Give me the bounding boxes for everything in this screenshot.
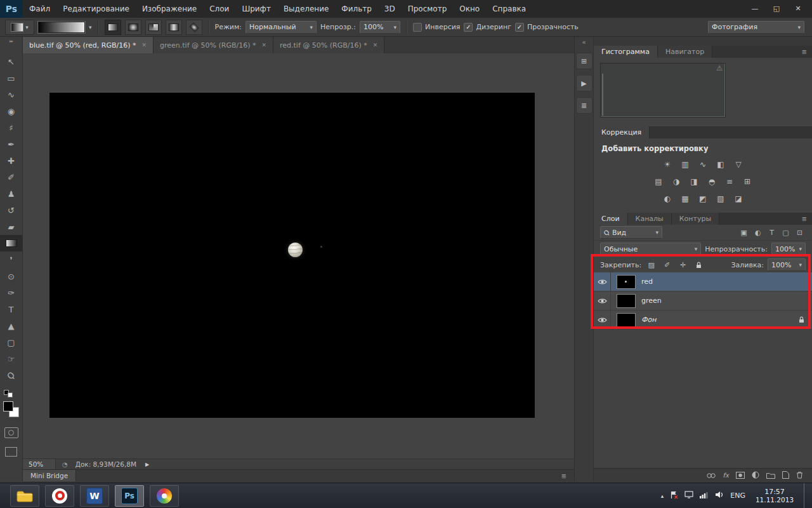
word-button[interactable]: W — [80, 485, 109, 507]
rectangle-tool[interactable]: ▢ — [0, 334, 22, 351]
quick-mask-button[interactable] — [4, 427, 18, 438]
clone-stamp-tool[interactable]: ♟ — [0, 185, 22, 202]
panel-menu-icon[interactable]: ≣ — [802, 48, 807, 55]
exposure-button[interactable]: ◧ — [714, 159, 728, 170]
lock-all-icon[interactable] — [693, 260, 705, 270]
new-group-button[interactable] — [766, 469, 775, 481]
document-tab-blue[interactable]: blue.tif @ 50% (red, RGB/16) * ✕ — [23, 37, 154, 53]
reverse-checkbox[interactable] — [413, 23, 422, 32]
show-desktop-button[interactable] — [804, 483, 811, 508]
adjustment-filter-icon[interactable]: ◐ — [752, 227, 764, 237]
blur-tool[interactable]: ❜ — [0, 251, 22, 268]
file-explorer-button[interactable] — [10, 485, 39, 507]
layer-row-green[interactable]: green — [594, 291, 812, 311]
zoom-level-field[interactable]: 50% — [23, 459, 56, 469]
color-lookup-button[interactable]: ⊞ — [740, 176, 754, 187]
path-selection-tool[interactable]: ▲ — [0, 318, 22, 334]
close-button[interactable]: ✕ — [789, 3, 807, 15]
layer-blend-mode-select[interactable]: Обычные ▾ — [600, 243, 701, 255]
smart-object-filter-icon[interactable]: ⊡ — [794, 227, 806, 237]
dither-checkbox[interactable]: ✓ — [464, 23, 473, 32]
layer-row-red[interactable]: red — [594, 272, 812, 291]
shape-filter-icon[interactable]: ▢ — [780, 227, 792, 237]
opera-button[interactable] — [45, 485, 74, 507]
document-canvas[interactable] — [49, 93, 535, 418]
new-layer-button[interactable] — [782, 469, 789, 481]
mini-bridge-tab[interactable]: Mini Bridge — [23, 470, 76, 481]
lock-transparency-icon[interactable]: ▨ — [645, 260, 657, 270]
diamond-gradient-button[interactable] — [186, 20, 202, 35]
reflected-gradient-button[interactable] — [166, 20, 182, 35]
panel-menu-icon[interactable]: ≣ — [802, 215, 807, 222]
type-tool[interactable]: T — [0, 301, 22, 318]
workspace-select[interactable]: Фотография ▾ — [708, 21, 804, 34]
crop-tool[interactable]: ♯ — [0, 119, 22, 136]
document-tab-green[interactable]: green.tif @ 50% (RGB/16) * ✕ — [154, 37, 273, 53]
visibility-toggle[interactable] — [594, 272, 611, 291]
dock-collapse-icon[interactable]: « — [582, 37, 586, 47]
lock-image-icon[interactable]: ✐ — [661, 260, 673, 270]
layer-thumbnail[interactable] — [617, 294, 636, 308]
linear-gradient-button[interactable] — [105, 20, 121, 35]
layer-thumbnail[interactable] — [617, 313, 636, 327]
lasso-tool[interactable]: ∿ — [0, 86, 22, 103]
eraser-tool[interactable]: ▰ — [0, 218, 22, 235]
tab-close-icon[interactable]: ✕ — [261, 42, 266, 48]
tab-close-icon[interactable]: ✕ — [373, 42, 378, 48]
action-center-icon[interactable] — [670, 491, 678, 501]
actions-panel-button[interactable]: ▶ — [576, 75, 593, 91]
gradient-editor-sample[interactable] — [38, 22, 85, 33]
photo-filter-button[interactable]: ◓ — [705, 176, 719, 187]
volume-icon[interactable] — [715, 491, 724, 500]
gradient-tool[interactable] — [0, 235, 22, 251]
network-icon[interactable] — [700, 491, 709, 500]
move-tool[interactable]: ↖ — [0, 53, 22, 70]
document-tab-red[interactable]: red.tif @ 50% (RGB/16) * ✕ — [273, 37, 384, 53]
new-adjustment-layer-button[interactable] — [752, 469, 759, 481]
layer-name[interactable]: Фон — [641, 316, 656, 324]
zoom-tool[interactable]: Ϙ — [0, 367, 22, 384]
status-menu-arrow-icon[interactable]: ▶ — [145, 462, 149, 467]
threshold-button[interactable]: ◩ — [696, 193, 710, 204]
fill-select[interactable]: 100% ▾ — [768, 258, 806, 271]
tab-channels[interactable]: Каналы — [628, 213, 672, 225]
healing-brush-tool[interactable]: ✚ — [0, 152, 22, 169]
radial-gradient-button[interactable] — [125, 20, 141, 35]
menu-layers[interactable]: Слои — [203, 0, 235, 18]
color-balance-button[interactable]: ◑ — [669, 176, 683, 187]
layer-name[interactable]: red — [641, 277, 653, 286]
menu-select[interactable]: Выделение — [277, 0, 335, 18]
menu-3d[interactable]: 3D — [378, 0, 402, 18]
angle-gradient-button[interactable] — [145, 20, 162, 35]
blend-mode-select[interactable]: Нормальный ▾ — [246, 21, 317, 34]
selective-color-button[interactable]: ◪ — [731, 193, 745, 204]
gradient-map-button[interactable]: ▧ — [714, 193, 728, 204]
hand-tool[interactable]: ☞ — [0, 351, 22, 367]
menu-file[interactable]: Файл — [23, 0, 56, 18]
vibrance-button[interactable]: ▽ — [731, 159, 745, 170]
add-mask-button[interactable] — [736, 469, 745, 481]
hidden-icons-chevron[interactable]: ▴ — [661, 493, 664, 499]
layer-style-button[interactable]: fx — [723, 472, 729, 479]
hue-saturation-button[interactable]: ▤ — [652, 176, 665, 187]
menu-edit[interactable]: Редактирование — [56, 0, 136, 18]
paint-app-button[interactable] — [150, 485, 179, 507]
display-tray-icon[interactable] — [684, 491, 693, 500]
menu-image[interactable]: Изображение — [136, 0, 203, 18]
tab-navigator[interactable]: Навигатор — [658, 46, 712, 58]
restore-button[interactable]: ◱ — [768, 3, 785, 15]
mini-bridge-menu-icon[interactable]: ≣ — [561, 472, 566, 479]
eyedropper-tool[interactable]: ✒ — [0, 136, 22, 152]
invert-button[interactable]: ◐ — [660, 193, 674, 204]
type-filter-icon[interactable]: T — [766, 227, 778, 237]
language-indicator[interactable]: ENG — [730, 491, 745, 500]
tab-layers[interactable]: Слои — [594, 213, 628, 225]
properties-panel-button[interactable]: ⊞ — [576, 53, 593, 69]
foreground-color-swatch[interactable] — [3, 401, 13, 411]
visibility-toggle[interactable] — [594, 291, 611, 310]
menu-view[interactable]: Просмотр — [402, 0, 454, 18]
tool-preset-picker[interactable]: ▾ — [5, 20, 34, 35]
history-brush-tool[interactable]: ↺ — [0, 202, 22, 218]
pen-tool[interactable]: ✑ — [0, 284, 22, 301]
lock-position-icon[interactable]: ✛ — [677, 260, 689, 270]
